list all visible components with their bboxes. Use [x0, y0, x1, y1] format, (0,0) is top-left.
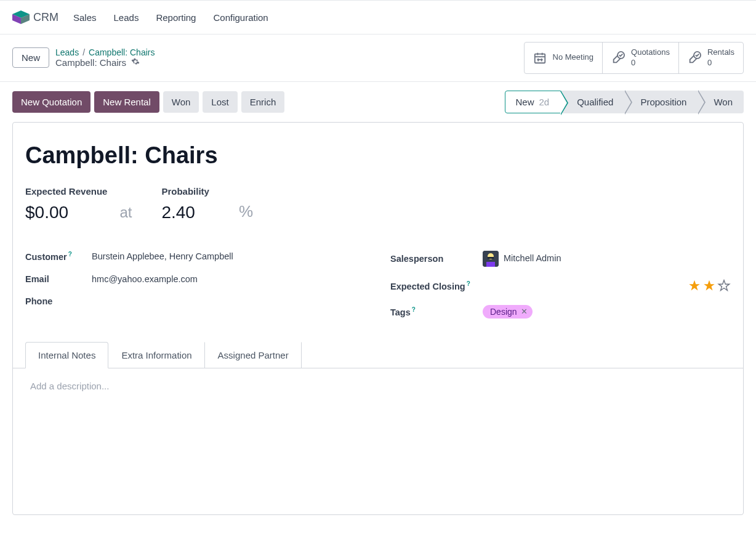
stat-rentals-label: Rentals: [707, 47, 734, 58]
salesperson-label: Salesperson: [390, 254, 483, 264]
customer-value[interactable]: Burstein Applebee, Henry Campbell: [92, 251, 233, 261]
breadcrumb-current[interactable]: Campbell: Chairs: [89, 47, 155, 57]
star-icon[interactable]: [702, 279, 716, 293]
probability-label: Probability: [161, 186, 209, 197]
action-row: New Quotation New Rental Won Lost Enrich…: [0, 82, 756, 113]
crm-logo-icon: [12, 10, 30, 24]
new-button[interactable]: New: [12, 47, 49, 68]
breadcrumb: Leads / Campbell: Chairs Campbell: Chair…: [55, 47, 155, 68]
stage-label: New: [515, 97, 534, 107]
form-sheet: Campbell: Chairs Expected Revenue $0.00 …: [12, 122, 744, 515]
edit-icon: [688, 51, 701, 65]
stat-meeting[interactable]: No Meeting: [525, 43, 603, 73]
stat-quotations-label: Quotations: [631, 47, 670, 58]
nav-sales[interactable]: Sales: [73, 12, 97, 23]
tab-content: Add a description...: [25, 368, 731, 514]
edit-icon: [611, 51, 625, 65]
new-quotation-button[interactable]: New Quotation: [12, 91, 90, 113]
tag-design[interactable]: Design✕: [483, 305, 533, 319]
tabs: Internal Notes Extra Information Assigne…: [13, 342, 743, 368]
stage-label: Won: [714, 97, 733, 107]
description-input[interactable]: Add a description...: [30, 381, 726, 391]
enrich-button[interactable]: Enrich: [241, 91, 285, 113]
stage-proposition[interactable]: Proposition: [624, 91, 698, 113]
avatar-icon: [483, 251, 499, 267]
phone-label: Phone: [25, 296, 92, 306]
lost-button[interactable]: Lost: [203, 91, 237, 113]
top-nav: CRM Sales Leads Reporting Configuration: [0, 0, 756, 35]
stat-meeting-label: No Meeting: [553, 52, 593, 63]
app-logo[interactable]: CRM: [12, 10, 58, 24]
help-icon[interactable]: ?: [467, 280, 470, 287]
stat-rentals[interactable]: Rentals 0: [679, 43, 743, 73]
stat-rentals-count: 0: [707, 58, 734, 68]
nav-leads[interactable]: Leads: [114, 12, 139, 23]
svg-rect-3: [534, 54, 545, 63]
nav-configuration[interactable]: Configuration: [213, 12, 268, 23]
breadcrumb-leads[interactable]: Leads: [55, 47, 79, 57]
gear-icon[interactable]: [131, 57, 140, 68]
expected-closing-label: Expected Closing?: [390, 280, 483, 291]
stat-quotations[interactable]: Quotations 0: [603, 43, 679, 73]
stage-label: Proposition: [640, 97, 686, 107]
stage-duration: 2d: [539, 97, 549, 107]
nav-items: Sales Leads Reporting Configuration: [73, 12, 268, 23]
help-icon[interactable]: ?: [68, 251, 72, 258]
star-icon[interactable]: [717, 279, 731, 293]
email-label: Email: [25, 274, 92, 284]
probability-value[interactable]: 2.40: [161, 203, 209, 222]
nav-reporting[interactable]: Reporting: [156, 12, 196, 23]
tags-value[interactable]: Design✕: [483, 305, 533, 319]
tab-internal-notes[interactable]: Internal Notes: [25, 342, 108, 368]
won-button[interactable]: Won: [163, 91, 199, 113]
expected-revenue-value[interactable]: $0.00: [25, 203, 107, 222]
lead-title[interactable]: Campbell: Chairs: [25, 142, 731, 169]
app-name: CRM: [33, 11, 58, 24]
new-rental-button[interactable]: New Rental: [94, 91, 159, 113]
stage-bar: New 2d Qualified Proposition Won: [505, 91, 744, 113]
breadcrumb-sep: /: [82, 47, 85, 57]
priority-stars[interactable]: [688, 279, 731, 293]
star-icon[interactable]: [688, 279, 701, 293]
email-value[interactable]: hmc@yahoo.example.com: [92, 274, 198, 284]
at-text: at: [119, 204, 132, 221]
tag-remove-icon[interactable]: ✕: [521, 307, 528, 316]
control-panel: New Leads / Campbell: Chairs Campbell: C…: [0, 35, 756, 82]
calendar-icon: [533, 51, 547, 65]
svg-rect-14: [488, 257, 494, 259]
stage-new[interactable]: New 2d: [505, 91, 561, 113]
svg-rect-15: [486, 262, 495, 267]
tab-assigned-partner[interactable]: Assigned Partner: [205, 342, 302, 368]
stat-quotations-count: 0: [631, 58, 670, 68]
help-icon[interactable]: ?: [412, 306, 416, 313]
stage-qualified[interactable]: Qualified: [561, 91, 624, 113]
percent-text: %: [239, 202, 253, 221]
page-title: Campbell: Chairs: [55, 57, 126, 68]
stat-boxes: No Meeting Quotations 0 Rentals 0: [524, 42, 744, 74]
expected-revenue-label: Expected Revenue: [25, 186, 107, 197]
tab-extra-information[interactable]: Extra Information: [108, 342, 204, 368]
salesperson-value[interactable]: Mitchell Admin: [483, 251, 561, 267]
stage-label: Qualified: [577, 97, 613, 107]
tags-label: Tags?: [390, 306, 483, 317]
customer-label: Customer?: [25, 251, 92, 262]
